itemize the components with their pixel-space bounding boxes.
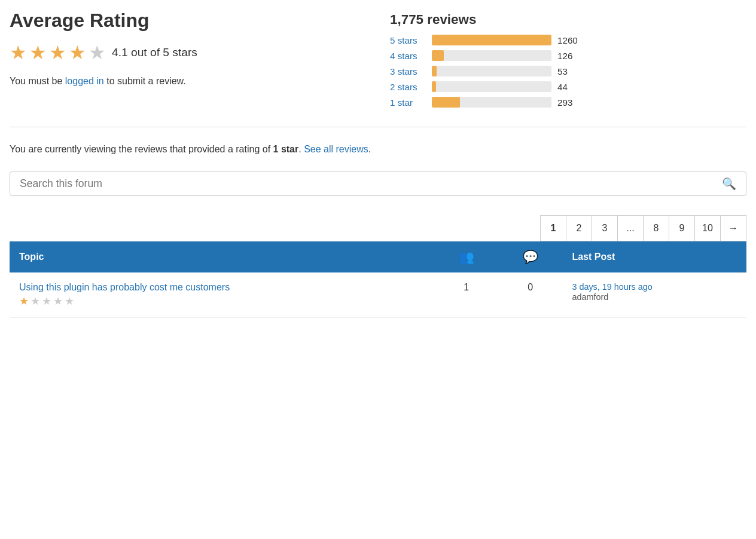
star-4: ★ <box>69 41 86 64</box>
replies-icon: 💬 <box>523 250 538 264</box>
forum-table-header: Topic 👥 💬 Last Post <box>10 241 746 272</box>
total-reviews: 1,775 reviews <box>390 12 746 27</box>
search-input[interactable] <box>20 177 722 190</box>
page-btn-9[interactable]: 9 <box>669 215 695 241</box>
forum-table: Topic 👥 💬 Last Post Using this plugin ha… <box>10 241 746 318</box>
col-replies: 💬 <box>498 241 562 272</box>
last-post-time: 3 days, 19 hours ago <box>572 282 737 292</box>
login-prompt: You must be logged in to submit a review… <box>10 76 366 87</box>
bar-label-4stars[interactable]: 4 stars <box>390 51 426 61</box>
rating-left: Average Rating ★ ★ ★ ★ ★ 4.1 out of 5 st… <box>10 10 366 112</box>
last-post-author: adamford <box>572 292 608 302</box>
forum-table-body: Using this plugin has probably cost me c… <box>10 272 746 318</box>
filter-strong: 1 star <box>273 144 299 154</box>
bar-count-1star: 293 <box>557 97 581 108</box>
topic-link[interactable]: Using this plugin has probably cost me c… <box>19 282 425 293</box>
table-row: Using this plugin has probably cost me c… <box>10 272 746 318</box>
bar-label-2stars[interactable]: 2 stars <box>390 82 426 92</box>
page-btn-3[interactable]: 3 <box>592 215 618 241</box>
topic-star-4: ★ <box>53 295 63 308</box>
filter-pre: You are currently viewing the reviews th… <box>10 144 273 154</box>
col-topic: Topic <box>10 241 434 272</box>
bar-fill-5stars <box>432 35 551 45</box>
bar-fill-1star <box>432 97 460 108</box>
star-2: ★ <box>29 41 47 64</box>
page-btn-2[interactable]: 2 <box>566 215 592 241</box>
bar-label-1star[interactable]: 1 star <box>390 97 426 108</box>
current-filter: You are currently viewing the reviews th… <box>10 142 746 157</box>
topic-stars: ★ ★ ★ ★ ★ <box>19 295 425 308</box>
bar-fill-2stars <box>432 81 436 92</box>
star-3: ★ <box>49 41 66 64</box>
bar-count-5stars: 1260 <box>557 35 581 45</box>
bar-count-2stars: 44 <box>557 82 581 92</box>
bar-row-3stars: 3 stars 53 <box>390 66 746 76</box>
bar-row-2stars: 2 stars 44 <box>390 81 746 92</box>
rating-score: 4.1 out of 5 stars <box>112 46 197 59</box>
topic-star-5: ★ <box>65 295 74 308</box>
login-post: to submit a review. <box>104 76 186 86</box>
pagination: 1 2 3 ... 8 9 10 → <box>541 215 746 241</box>
bar-label-3stars[interactable]: 3 stars <box>390 66 426 76</box>
bar-track-2stars <box>432 81 551 92</box>
login-link[interactable]: logged in <box>65 76 104 86</box>
page-btn-10[interactable]: 10 <box>694 215 721 241</box>
bar-fill-3stars <box>432 66 437 76</box>
bar-track-5stars <box>432 35 551 45</box>
col-voices: 👥 <box>434 241 498 272</box>
topic-star-1: ★ <box>19 295 29 308</box>
bar-row-1star: 1 star 293 <box>390 97 746 108</box>
search-box: 🔍 <box>10 172 746 196</box>
bar-row-4stars: 4 stars 126 <box>390 50 746 61</box>
bar-track-3stars <box>432 66 551 76</box>
page-btn-next[interactable]: → <box>720 215 746 241</box>
bar-label-5stars[interactable]: 5 stars <box>390 35 426 45</box>
filter-post: . <box>298 144 304 154</box>
star-1: ★ <box>10 41 27 64</box>
rating-section: Average Rating ★ ★ ★ ★ ★ 4.1 out of 5 st… <box>10 10 746 127</box>
page-btn-8[interactable]: 8 <box>643 215 669 241</box>
star-5: ★ <box>89 41 106 64</box>
bar-track-1star <box>432 97 551 108</box>
col-last-post: Last Post <box>562 241 746 272</box>
see-all-reviews-link[interactable]: See all reviews <box>304 144 368 154</box>
topic-cell: Using this plugin has probably cost me c… <box>10 272 434 318</box>
bar-fill-4stars <box>432 50 444 61</box>
voices-cell: 1 <box>434 272 498 318</box>
page-btn-ellipsis[interactable]: ... <box>617 215 644 241</box>
page-btn-1[interactable]: 1 <box>540 215 566 241</box>
topic-star-2: ★ <box>31 295 40 308</box>
bar-row-5stars: 5 stars 1260 <box>390 35 746 45</box>
last-post-cell: 3 days, 19 hours ago adamford <box>562 272 746 318</box>
star-display: ★ ★ ★ ★ ★ <box>10 41 106 64</box>
bar-count-3stars: 53 <box>557 66 581 76</box>
topic-star-3: ★ <box>42 295 51 308</box>
page-title: Average Rating <box>10 10 366 32</box>
rating-right: 1,775 reviews 5 stars 1260 4 stars 126 3… <box>390 10 746 112</box>
bar-count-4stars: 126 <box>557 51 581 61</box>
replies-cell: 0 <box>498 272 562 318</box>
bar-track-4stars <box>432 50 551 61</box>
stars-row: ★ ★ ★ ★ ★ 4.1 out of 5 stars <box>10 41 366 64</box>
voices-icon: 👥 <box>459 250 474 264</box>
pagination-wrapper: 1 2 3 ... 8 9 10 → <box>10 215 746 241</box>
login-pre: You must be <box>10 76 65 86</box>
filter-link-post: . <box>368 144 371 154</box>
search-icon[interactable]: 🔍 <box>722 177 736 191</box>
